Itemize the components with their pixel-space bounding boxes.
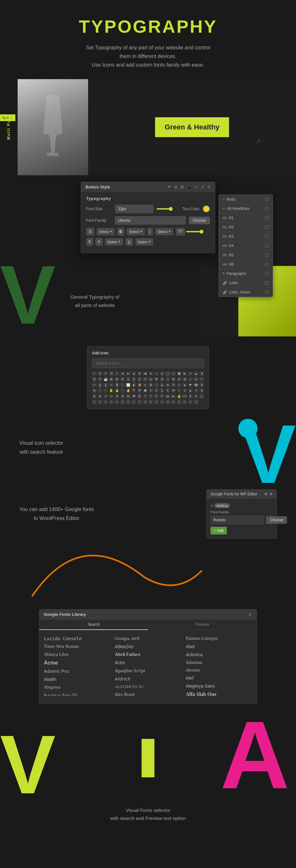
icon-cell[interactable]: ≡ <box>143 382 148 388</box>
icon-cell[interactable]: ⬻ <box>199 377 204 382</box>
body-radio[interactable] <box>265 197 269 201</box>
icon-cell[interactable]: ↗ <box>194 388 199 393</box>
select-dropdown-2[interactable]: Select <box>127 228 145 235</box>
icon-cell[interactable]: ⬆ <box>115 394 120 399</box>
icon-cell[interactable]: ☯ <box>182 371 187 376</box>
tt-slider[interactable] <box>186 231 202 232</box>
icon-cell[interactable]: ⬆ <box>188 394 193 399</box>
icon-cell[interactable]: ☎ <box>194 382 199 388</box>
icon-cell[interactable]: ❖ <box>115 377 120 382</box>
icon-cell[interactable]: F <box>154 394 159 399</box>
icon-cell[interactable]: ↪ <box>109 394 114 399</box>
icon-cell[interactable]: ⇄ <box>171 388 176 393</box>
tablet-icon[interactable]: ▭ <box>194 185 198 189</box>
icon-cell[interactable]: ⊕ <box>92 394 97 399</box>
font-abeezee[interactable]: ABeeZee <box>115 643 181 651</box>
icon-cell[interactable]: ► <box>126 371 131 376</box>
icon-cell[interactable]: ! <box>177 388 182 393</box>
gfl-tab-search[interactable]: Search <box>39 620 148 630</box>
icon-cell[interactable]: 🍴 <box>115 382 120 388</box>
font-alegreya-sans[interactable]: Alegreya Sans <box>186 682 252 690</box>
icon-cell[interactable]: ⬡ <box>165 400 170 404</box>
bold-icon[interactable]: B <box>117 228 125 236</box>
dropdown-item-h4[interactable]: H4H4 <box>219 241 273 251</box>
font-abhaya-libre[interactable]: Abhaya Libre <box>44 651 110 659</box>
icon-cell[interactable]: ⬡ <box>132 400 136 404</box>
icon-cell[interactable]: ☝ <box>115 388 120 393</box>
icon-cell[interactable]: ⬙ <box>160 382 165 388</box>
icon-cell[interactable]: ▲ <box>188 388 193 393</box>
icon-cell[interactable]: ◈ <box>182 382 187 388</box>
icon-cell[interactable]: € <box>98 377 102 382</box>
font-abel[interactable]: Abel <box>186 643 252 651</box>
icon-cell[interactable]: ⬡ <box>137 400 142 404</box>
icon-cell[interactable]: ⬡ <box>194 400 199 404</box>
icon-cell[interactable]: ⚙ <box>92 377 97 382</box>
icon-cell[interactable]: ⬹ <box>92 382 97 388</box>
icon-cell[interactable]: ❯ <box>98 382 102 388</box>
font-adamina[interactable]: Adamina <box>186 659 252 667</box>
icon-cell[interactable]: ◯ <box>165 371 170 376</box>
icon-cell[interactable]: f <box>148 394 153 399</box>
icon-cell[interactable]: ❮ <box>103 382 108 388</box>
icon-cell[interactable]: ✓ <box>92 371 97 376</box>
icon-cell[interactable]: ○ <box>154 371 159 376</box>
icon-cell[interactable]: ● <box>148 371 153 376</box>
icon-cell[interactable]: ⊕ <box>160 377 165 382</box>
h2-radio[interactable] <box>265 225 269 229</box>
icon-cell[interactable]: € <box>154 388 159 393</box>
select-dropdown-4[interactable]: Select <box>105 238 123 245</box>
font-palatino-linotype[interactable]: Palatino Linotype <box>186 635 252 643</box>
icon-cell[interactable]: ▲ <box>132 371 136 376</box>
icon-cell[interactable]: ⧉ <box>171 382 176 388</box>
font-size-input[interactable] <box>115 205 154 213</box>
icon-cell[interactable]: ⬇ <box>199 371 204 376</box>
dropdown-item-headlines[interactable]: HAll Headlines <box>219 204 273 213</box>
icon-cell[interactable]: ✌ <box>126 388 131 393</box>
select-dropdown-3[interactable]: Select <box>155 228 173 235</box>
select-dropdown-1[interactable]: Select <box>97 228 115 235</box>
icon-cell[interactable]: ⬡ <box>115 400 120 404</box>
icon-cell[interactable]: ⊗ <box>199 382 204 388</box>
icon-cell[interactable]: ◇ <box>177 382 182 388</box>
icon-cell[interactable]: f <box>143 394 148 399</box>
h1-radio[interactable] <box>265 216 269 220</box>
icon-cell[interactable]: ⬡ <box>92 400 97 404</box>
links-radio[interactable] <box>265 281 269 285</box>
icon-cell[interactable]: ✔ <box>103 371 108 376</box>
icon-cell[interactable]: ⬡ <box>188 400 193 404</box>
icon-cell[interactable]: ☒ <box>109 371 114 376</box>
icon-cell[interactable]: ☓ <box>115 371 120 376</box>
dropdown-item-links[interactable]: 🔗Links <box>219 278 273 288</box>
font-alex-brush[interactable]: Alex Brush <box>115 691 181 699</box>
icon-cell[interactable]: ⬘ <box>165 382 170 388</box>
icon-cell[interactable]: ☂ <box>132 388 136 393</box>
icon-cell[interactable]: ⬡ <box>199 394 204 399</box>
icon-cell[interactable]: ⬡ <box>160 400 165 404</box>
choose-font-button[interactable]: Choose <box>189 217 210 224</box>
icon-cell[interactable]: ⚡ <box>137 382 142 388</box>
desktop-icon[interactable]: 🖥 <box>180 185 184 189</box>
icon-cell[interactable]: ✂ <box>109 382 114 388</box>
headlines-radio[interactable] <box>265 207 269 211</box>
font-size-slider[interactable] <box>157 208 171 210</box>
icon-cell[interactable]: ⬇ <box>120 394 125 399</box>
mobile-icon[interactable]: 📱 <box>187 185 192 189</box>
copy-icon[interactable]: ⊕ <box>174 185 177 189</box>
font-times-new-roman[interactable]: Times New Roman <box>44 643 110 651</box>
color-picker[interactable] <box>203 206 210 212</box>
font-advent-pro[interactable]: Advent Pro <box>44 668 110 676</box>
eye-icon[interactable]: 👁 <box>167 185 171 189</box>
font-actor[interactable]: Actor <box>115 659 181 667</box>
icon-cell[interactable]: 🔒 <box>177 394 182 399</box>
try-button[interactable]: try it → <box>0 114 15 121</box>
dropdown-item-paragraphs[interactable]: ¶Paragraphs <box>219 269 273 278</box>
h6-radio[interactable] <box>265 262 269 266</box>
font-aguafina-script[interactable]: Aguafina Script <box>115 667 181 675</box>
dropdown-item-h6[interactable]: H6H6 <box>219 260 273 269</box>
close-icon[interactable]: ✕ <box>207 185 210 189</box>
uppercase-icon[interactable]: A <box>95 238 102 246</box>
icon-cell[interactable]: ⬡ <box>171 400 176 404</box>
icon-cell[interactable]: ❤ <box>188 382 193 388</box>
dropdown-item-h1[interactable]: H1H1 <box>219 213 273 223</box>
